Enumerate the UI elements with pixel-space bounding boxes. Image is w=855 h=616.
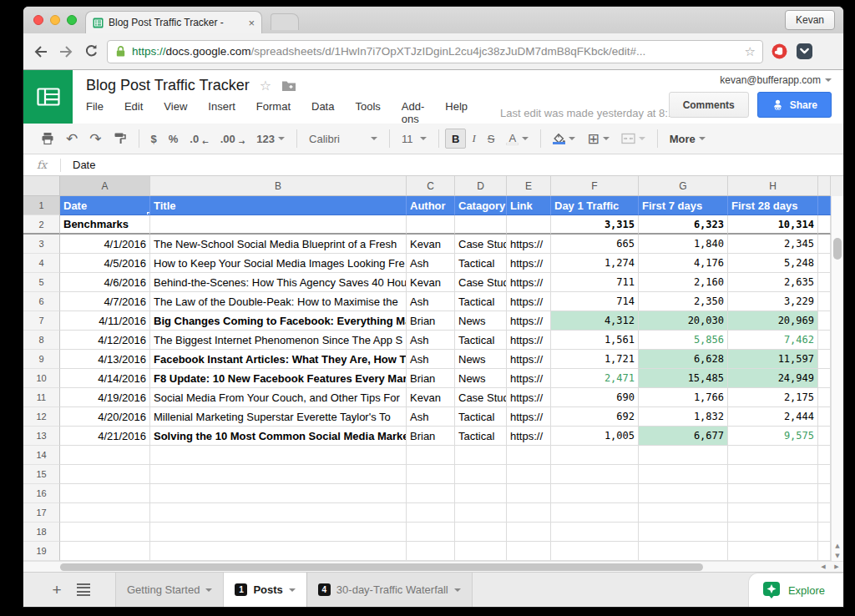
scroll-down-icon[interactable]: ▼ bbox=[835, 551, 839, 561]
cell-D1[interactable]: Catagory bbox=[455, 196, 507, 215]
cell-B11[interactable]: Social Media From Your Couch, and Other … bbox=[150, 388, 407, 407]
browser-tab[interactable]: Blog Post Traffic Tracker - × bbox=[85, 11, 262, 33]
cell-D11[interactable]: Case Study bbox=[455, 388, 507, 407]
cell-D7[interactable]: News bbox=[455, 311, 507, 331]
cell-A15[interactable] bbox=[60, 465, 150, 484]
cell-F17[interactable] bbox=[551, 503, 639, 523]
cell-E10[interactable]: https:// bbox=[507, 369, 551, 388]
cell-partial-8[interactable] bbox=[818, 331, 831, 350]
menu-data[interactable]: Data bbox=[311, 100, 334, 125]
cell-G18[interactable] bbox=[639, 523, 728, 542]
cell-F3[interactable]: 665 bbox=[551, 235, 639, 254]
explore-button[interactable]: Explore bbox=[748, 573, 843, 607]
row-number-14[interactable]: 14 bbox=[23, 446, 60, 465]
cell-E13[interactable]: https:// bbox=[507, 427, 551, 446]
cell-H5[interactable]: 2,635 bbox=[728, 273, 818, 292]
row-number-18[interactable]: 18 bbox=[23, 523, 60, 542]
cell-partial-17[interactable] bbox=[818, 503, 831, 523]
cell-E14[interactable] bbox=[507, 446, 551, 465]
cell-F11[interactable]: 690 bbox=[551, 388, 639, 407]
cell-H13[interactable]: 9,575 bbox=[728, 427, 818, 446]
cell-C8[interactable]: Ash bbox=[407, 331, 455, 350]
column-header-f[interactable]: F bbox=[551, 176, 639, 196]
add-sheet-icon[interactable]: + bbox=[47, 581, 67, 599]
cell-F18[interactable] bbox=[551, 523, 639, 542]
row-number-13[interactable]: 13 bbox=[23, 427, 60, 446]
undo-icon[interactable]: ↶ bbox=[60, 129, 83, 149]
cell-H10[interactable]: 24,949 bbox=[728, 369, 818, 388]
menu-tools[interactable]: Tools bbox=[355, 100, 380, 125]
cell-F16[interactable] bbox=[551, 484, 639, 503]
cell-D13[interactable]: Tactical bbox=[455, 427, 507, 446]
cell-H1[interactable]: First 28 days bbox=[728, 196, 818, 215]
scroll-up-icon[interactable]: ▲ bbox=[835, 541, 839, 551]
redo-icon[interactable]: ↷ bbox=[83, 129, 107, 149]
cell-partial-19[interactable] bbox=[818, 542, 831, 561]
cell-C18[interactable] bbox=[407, 523, 455, 542]
share-button[interactable]: Share bbox=[757, 92, 832, 118]
cell-partial-6[interactable] bbox=[818, 292, 831, 311]
cell-E16[interactable] bbox=[507, 484, 551, 503]
cell-A9[interactable]: 4/13/2016 bbox=[60, 350, 150, 369]
cell-E15[interactable] bbox=[507, 465, 551, 484]
cell-C14[interactable] bbox=[407, 446, 455, 465]
sheet-tab-menu-icon[interactable] bbox=[454, 588, 461, 592]
cell-H4[interactable]: 5,248 bbox=[728, 254, 818, 273]
italic-button[interactable]: I bbox=[466, 129, 481, 149]
cell-E8[interactable]: https:// bbox=[507, 331, 551, 350]
stop-extension-icon[interactable] bbox=[770, 43, 788, 61]
menu-insert[interactable]: Insert bbox=[208, 100, 235, 125]
cell-B16[interactable] bbox=[150, 484, 407, 503]
cell-H11[interactable]: 2,175 bbox=[728, 388, 818, 407]
cell-A7[interactable]: 4/11/2016 bbox=[60, 311, 150, 331]
cell-H15[interactable] bbox=[728, 465, 818, 484]
cell-F7[interactable]: 4,312 bbox=[551, 311, 639, 331]
cell-H6[interactable]: 3,229 bbox=[728, 292, 818, 311]
cell-G6[interactable]: 2,350 bbox=[639, 292, 728, 311]
sheet-tab-posts[interactable]: 1 Posts bbox=[224, 573, 306, 607]
cell-A17[interactable] bbox=[60, 503, 150, 523]
cell-H19[interactable] bbox=[728, 542, 818, 561]
cell-B14[interactable] bbox=[150, 446, 407, 465]
column-header-g[interactable]: G bbox=[639, 176, 728, 196]
row-number-11[interactable]: 11 bbox=[23, 388, 60, 407]
cell-G14[interactable] bbox=[639, 446, 728, 465]
cell-D15[interactable] bbox=[455, 465, 507, 484]
document-title[interactable]: Blog Post Traffic Tracker bbox=[86, 77, 250, 94]
horizontal-scrollbar[interactable]: ◀ ▶ bbox=[23, 561, 843, 572]
cell-E6[interactable]: https:// bbox=[507, 292, 551, 311]
cell-D19[interactable] bbox=[455, 542, 507, 561]
cell-G16[interactable] bbox=[639, 484, 728, 503]
cell-B3[interactable]: The New-School Social Media Blueprint of… bbox=[150, 235, 407, 254]
cell-D2[interactable] bbox=[455, 215, 507, 235]
merge-cells-button[interactable] bbox=[615, 129, 651, 149]
increase-decimal-button[interactable]: .00→ bbox=[215, 129, 251, 149]
cell-H18[interactable] bbox=[728, 523, 818, 542]
cell-A3[interactable]: 4/1/2016 bbox=[60, 235, 150, 254]
minimize-window-button[interactable] bbox=[50, 15, 60, 25]
cell-partial-7[interactable] bbox=[818, 311, 831, 331]
text-color-button[interactable]: A bbox=[500, 129, 534, 149]
cell-D5[interactable]: Case Study bbox=[455, 273, 507, 292]
scroll-right-icon[interactable]: ▶ bbox=[834, 562, 838, 572]
cell-partial-3[interactable] bbox=[818, 235, 831, 254]
cell-C13[interactable]: Brian bbox=[407, 427, 455, 446]
row-number-8[interactable]: 8 bbox=[23, 331, 60, 350]
cell-E1[interactable]: Link bbox=[507, 196, 551, 215]
cell-G10[interactable]: 15,485 bbox=[639, 369, 728, 388]
cell-E7[interactable]: https:// bbox=[507, 311, 551, 331]
cell-A18[interactable] bbox=[60, 523, 150, 542]
cell-A1[interactable]: Date bbox=[60, 196, 150, 215]
new-tab-button[interactable] bbox=[271, 13, 299, 30]
cell-B4[interactable]: How to Keep Your Social Media Images Loo… bbox=[150, 254, 407, 273]
cell-D14[interactable] bbox=[455, 446, 507, 465]
cell-G12[interactable]: 1,832 bbox=[639, 407, 728, 427]
back-icon[interactable] bbox=[32, 43, 50, 61]
cell-G2[interactable]: 6,323 bbox=[639, 215, 728, 235]
cell-C16[interactable] bbox=[407, 484, 455, 503]
cell-B15[interactable] bbox=[150, 465, 407, 484]
menu-view[interactable]: View bbox=[164, 100, 187, 125]
cell-G19[interactable] bbox=[639, 542, 728, 561]
sheet-tab-getting-started[interactable]: Getting Started bbox=[115, 573, 224, 607]
browser-profile-button[interactable]: Kevan bbox=[785, 10, 835, 30]
